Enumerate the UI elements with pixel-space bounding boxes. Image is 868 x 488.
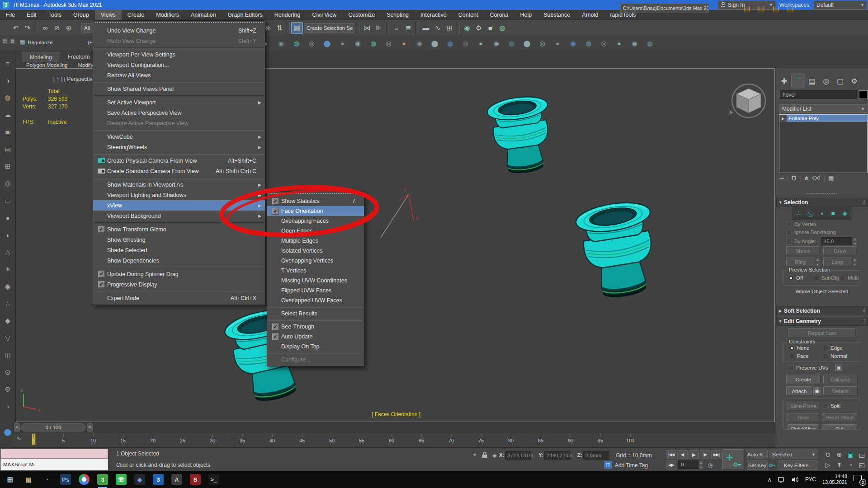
menu-item-xview[interactable]: xView▶ (93, 200, 265, 211)
3d-object-cup-right[interactable] (574, 198, 662, 302)
bind-to-space-warp-icon[interactable]: ⊕ (63, 22, 75, 34)
menubar-item-file[interactable]: File (0, 10, 21, 20)
menubar-item-tools[interactable]: Tools (42, 10, 67, 20)
menu-item-viewport-per-view-settings[interactable]: Viewport Per-View Settings (93, 49, 265, 60)
constraint-edge-radio[interactable] (822, 345, 828, 351)
menu-item-show-dependencies[interactable]: Show Dependencies (93, 255, 265, 266)
make-unique-icon[interactable]: ⋔ (804, 175, 809, 182)
polygon-mode-icon[interactable]: ■ (831, 210, 835, 217)
menu-item-show-ghosting[interactable]: Show Ghosting (93, 235, 265, 245)
maxscript-mini-listener[interactable]: MAXScript Mi (0, 459, 108, 470)
detach-button[interactable]: Detach (823, 386, 858, 396)
set-key-mode-icon[interactable] (769, 461, 777, 469)
menu-item-restore-active-perspective-view[interactable]: Restore Active Perspective View (93, 118, 265, 128)
previous-frame-button[interactable]: < (14, 423, 20, 432)
preserve-uvs-settings-icon[interactable]: ▣ (835, 364, 842, 371)
key-filters-button[interactable]: Key Filters... (778, 460, 818, 470)
by-angle-checkbox[interactable] (786, 239, 792, 244)
constraint-none-radio[interactable] (789, 345, 795, 351)
z-coord-field[interactable]: 0,0mm (583, 451, 609, 460)
3d-object-cup-top[interactable] (486, 94, 557, 177)
strip-container-icon[interactable]: ◎ (0, 178, 15, 189)
tool-sphere-7[interactable]: ◉ (352, 38, 363, 49)
menubar-item-civil-view[interactable]: Civil View (306, 10, 342, 20)
strip-cloud-icon[interactable]: ☁ (0, 109, 15, 121)
by-angle-spinner[interactable]: ▲▼ (853, 237, 858, 245)
strip-gear-icon[interactable]: ⚙ (0, 384, 15, 395)
menu-item-redo-view-change[interactable]: Redo View ChangeShift+Y (93, 36, 265, 46)
taskbar-3dsmax[interactable]: 3 (97, 474, 108, 485)
redo-icon[interactable]: ↷ (22, 22, 33, 34)
object-color-swatch[interactable] (859, 90, 868, 99)
menu-tear-off[interactable] (269, 193, 362, 195)
shrink-button[interactable]: Shrink (786, 246, 820, 255)
network-icon[interactable] (778, 477, 785, 483)
remove-modifier-icon[interactable]: ⌫ (812, 175, 821, 182)
taskbar-photoshop[interactable]: Ps (60, 474, 71, 485)
ribbon-tab-modeling[interactable]: Modeling (22, 52, 60, 62)
menu-item-create-standard-camera-from-view[interactable]: Create Standard Camera From ViewAlt+Shif… (93, 166, 265, 176)
import-asset-icon[interactable]: ▤ (741, 2, 752, 13)
menubar-item-modifiers[interactable]: Modifiers (150, 10, 185, 20)
menubar-item-help[interactable]: Help (514, 10, 538, 20)
menubar-item-rendering[interactable]: Rendering (269, 10, 307, 20)
cut-button[interactable]: Cut (822, 424, 857, 430)
expand-arrow-icon[interactable]: ▶ (779, 115, 787, 122)
menubar-item-graph-editors[interactable]: Graph Editors (222, 10, 269, 20)
menu-item-progressive-display[interactable]: ✔Progressive Display (93, 279, 265, 290)
strip-orbit-icon[interactable]: ◔ (0, 401, 15, 413)
menubar-item-scripting[interactable]: Scripting (381, 10, 415, 20)
strip-sphere-icon[interactable]: ● (0, 212, 15, 224)
quickslice-button[interactable]: QuickSlice (788, 424, 819, 430)
rollout-edit-geometry[interactable]: ▼ Edit Geometry ⠿ (776, 317, 868, 326)
strip-arc-icon[interactable]: ◗ (0, 229, 15, 241)
hidden-icons-chevron[interactable]: ∧ (767, 476, 772, 483)
menu-item-set-active-viewport[interactable]: Set Active Viewport▶ (93, 97, 265, 108)
menu-item-open-edges[interactable]: Open Edges (267, 226, 364, 236)
edge-mode-icon[interactable]: ◺ (808, 210, 813, 217)
taskbar-app-dark[interactable]: ◆ (134, 474, 145, 485)
project-folder-field[interactable]: C:\Users\Влад\Documents\3ds Max 2021 ▼ (620, 3, 709, 13)
strip-particles-icon[interactable]: ∴ (0, 298, 15, 310)
preview-multi-radio[interactable] (840, 275, 845, 281)
strip-geosphere-icon[interactable]: ◉ (0, 281, 15, 292)
go-to-end-button[interactable]: ▶▶| (711, 450, 722, 459)
zoom-all-icon[interactable]: ⊕ (834, 450, 844, 459)
tab-modify[interactable]: ⌒ (791, 74, 805, 89)
strip-grip-icon[interactable]: ≡ (0, 57, 15, 69)
set-key-button[interactable]: Set Key (747, 460, 768, 470)
menu-item-auto-update[interactable]: ✔Auto Update (267, 332, 364, 342)
tool-sphere-3[interactable]: ◍ (291, 38, 302, 49)
orbit-icon[interactable]: ◔ (845, 460, 856, 469)
pin-stack-icon[interactable]: ⊸ (779, 175, 784, 182)
set-keys-button[interactable]: + (722, 449, 744, 470)
panel-divider[interactable] (807, 193, 837, 194)
toggle-scene-explorer-icon[interactable]: ≡ (391, 22, 402, 34)
tab-hierarchy[interactable]: ▤ (805, 74, 819, 89)
material-editor-icon[interactable]: ◉ (461, 22, 473, 34)
menu-item-shade-selected[interactable]: Shade Selected (93, 245, 265, 255)
preview-off-radio[interactable] (788, 275, 794, 281)
menu-tear-off[interactable] (95, 22, 263, 24)
tool-sphere-21[interactable]: ◉ (567, 38, 579, 49)
menu-item-show-transform-gizmo[interactable]: ✔Show Transform Gizmo (93, 224, 265, 235)
strip-sun-icon[interactable]: ☀ (0, 263, 15, 275)
go-to-start-button[interactable]: |◀◀ (666, 450, 676, 459)
repeat-last-button[interactable]: Repeat Last (788, 328, 856, 338)
viewcube[interactable] (730, 84, 765, 117)
modifier-stack[interactable]: ▶ Editable Poly (779, 114, 868, 173)
menu-item-face-orientation[interactable]: ✔Face Orientation (267, 206, 364, 216)
workspace-dropdown[interactable]: Default ▼ (814, 0, 867, 9)
walk-through-icon[interactable]: ↟ (834, 460, 844, 469)
taskbar-folder[interactable]: ▤ (23, 474, 34, 485)
tool-sphere-10[interactable]: ● (398, 38, 410, 49)
clock[interactable]: 14:48 13.05.2021 (822, 474, 847, 485)
tool-sphere-19[interactable]: ◎ (537, 38, 548, 49)
undo-icon[interactable]: ↶ (10, 22, 22, 34)
tool-sphere-9[interactable]: ◎ (383, 38, 394, 49)
slice-button[interactable]: Slice (788, 413, 819, 422)
menubar-item-corona[interactable]: Corona (484, 10, 514, 20)
menu-item-overlapping-vertices[interactable]: Overlapping Vertices (267, 256, 364, 266)
tool-sphere-6[interactable]: ● (337, 38, 348, 49)
notification-center-icon[interactable]: 2 (854, 475, 863, 484)
